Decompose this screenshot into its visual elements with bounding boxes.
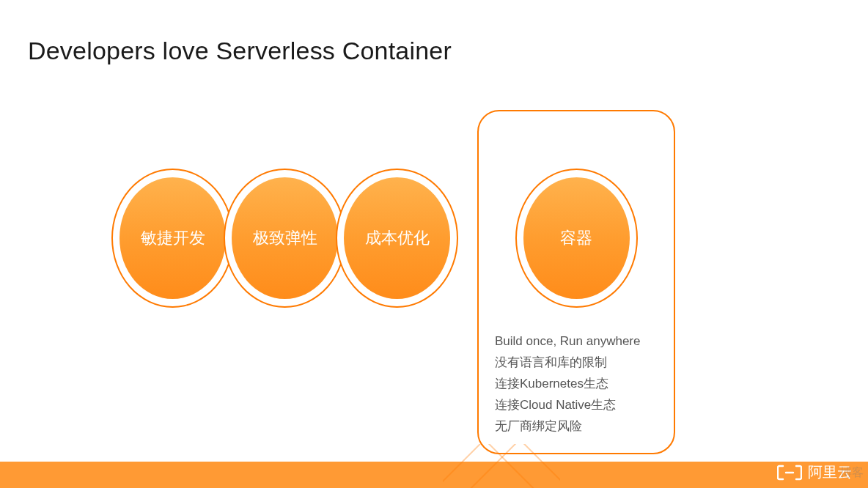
slide-title: Developers love Serverless Container xyxy=(28,37,452,65)
slide: Developers love Serverless Container 敏捷开… xyxy=(0,0,868,488)
circles-row: 敏捷开发 极致弹性 成本优化 xyxy=(111,169,458,308)
circle-item: 容器 xyxy=(515,169,638,308)
bracket-icon xyxy=(777,465,802,481)
circle-ball: 容器 xyxy=(523,177,630,299)
circle-ball: 成本优化 xyxy=(344,177,450,299)
circle-ball: 敏捷开发 xyxy=(119,177,226,299)
list-item: 无厂商绑定风险 xyxy=(495,416,662,437)
bullet-list: Build once, Run anywhere 没有语言和库的限制 连接Kub… xyxy=(495,331,662,437)
circle-label: 极致弹性 xyxy=(253,227,317,249)
circle-ball: 极致弹性 xyxy=(232,177,338,299)
watermark-text: 博客 xyxy=(840,465,864,481)
highlight-box: 容器 Build once, Run anywhere 没有语言和库的限制 连接… xyxy=(477,110,675,454)
circle-item: 成本优化 xyxy=(336,169,458,308)
list-item: Build once, Run anywhere xyxy=(495,331,662,352)
circle-label: 容器 xyxy=(560,227,592,249)
list-item: 连接Kubernetes生态 xyxy=(495,374,662,395)
footer-bar xyxy=(0,462,868,488)
circle-label: 成本优化 xyxy=(365,227,430,249)
circle-label: 敏捷开发 xyxy=(141,227,205,249)
list-item: 连接Cloud Native生态 xyxy=(495,395,662,416)
list-item: 没有语言和库的限制 xyxy=(495,352,662,374)
circle-item: 敏捷开发 xyxy=(111,169,234,308)
footer-decoration-icon xyxy=(443,444,560,488)
circle-item: 极致弹性 xyxy=(224,169,346,308)
